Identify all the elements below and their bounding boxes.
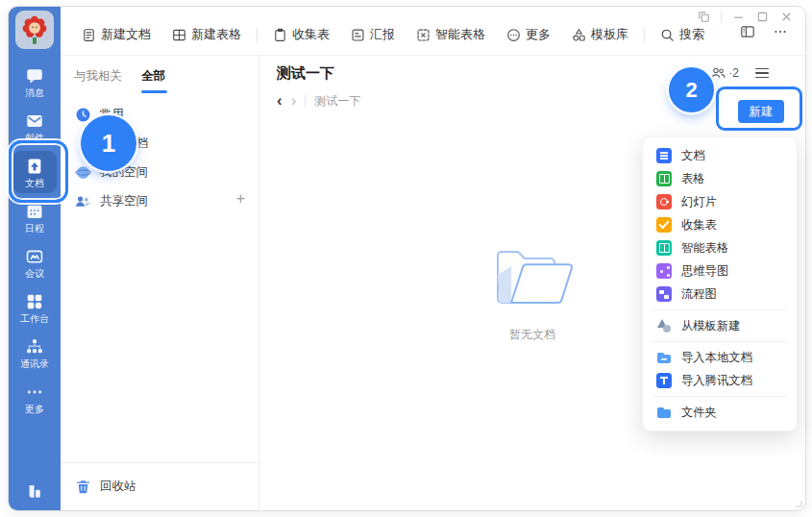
- sidebar-item-my-docs[interactable]: 我的文档: [61, 129, 258, 158]
- toolbar-new-doc-button[interactable]: 新建文档: [76, 23, 157, 46]
- add-space-button[interactable]: +: [236, 190, 245, 208]
- sidebar-item-label: 共享空间: [100, 193, 148, 209]
- tab-label: 与我相关: [74, 69, 122, 83]
- main-area: 测试一下 ·2 测试一下 新建: [259, 56, 805, 510]
- toolbar-more-button[interactable]: 更多: [501, 23, 556, 46]
- new-doc-icon: [82, 28, 96, 42]
- main-header-actions: ·2: [710, 66, 769, 80]
- panel-toggle-icon[interactable]: [740, 24, 755, 39]
- shared-space-icon: [74, 192, 91, 209]
- maximize-icon[interactable]: [755, 10, 770, 24]
- tab-all[interactable]: 全部: [141, 68, 167, 93]
- clock-icon: [74, 106, 91, 123]
- rail-item-label: 工作台: [20, 313, 49, 324]
- menu-item-collect-form[interactable]: 收集表: [643, 213, 797, 236]
- members-icon: [710, 66, 726, 80]
- sidebar-item-frequent[interactable]: 常用: [61, 100, 258, 129]
- sidebar-item-label: 我的空间: [100, 164, 148, 181]
- sidebar-bottom: 回收站: [61, 462, 258, 501]
- titlebar: 新建文档 新建表格 收集表 汇报: [61, 7, 805, 56]
- collect-form-check-icon: [656, 217, 672, 233]
- toolbar-divider: [644, 28, 645, 42]
- rail-item-mail[interactable]: 邮件: [12, 106, 57, 148]
- workbench-icon: [25, 292, 44, 311]
- avatar[interactable]: [15, 11, 54, 49]
- rail-item-workbench[interactable]: 工作台: [12, 286, 57, 329]
- ellipsis-icon[interactable]: [773, 24, 788, 39]
- more-dots-icon: [25, 382, 44, 402]
- toolbar-label: 收集表: [292, 26, 330, 43]
- menu-item-slides[interactable]: 幻灯片: [643, 190, 797, 213]
- rail-item-messages[interactable]: 消息: [12, 61, 57, 103]
- toolbar: 新建文档 新建表格 收集表 汇报: [76, 22, 710, 47]
- rail-stats-button[interactable]: [9, 481, 61, 501]
- menu-divider: [652, 396, 787, 397]
- menu-item-flowchart[interactable]: 流程图: [643, 283, 797, 306]
- doc-sidebar: 与我相关 全部 常用: [61, 56, 259, 510]
- menu-item-sheet[interactable]: 表格: [643, 167, 797, 190]
- toolbar-collect-form-button[interactable]: 收集表: [267, 23, 335, 46]
- mail-icon: [25, 111, 44, 131]
- toolbar-right: [740, 24, 788, 39]
- menu-item-label: 表格: [681, 171, 705, 187]
- back-icon[interactable]: [277, 92, 283, 110]
- menu-item-label: 思维导图: [681, 263, 728, 280]
- sidebar-item-list: 常用 我的文档 我的空间: [61, 100, 258, 215]
- app-window: 消息 邮件 文档 日程: [8, 6, 806, 511]
- menu-item-import-local[interactable]: 导入本地文档: [643, 346, 797, 369]
- menu-item-doc[interactable]: 文档: [643, 144, 797, 167]
- menu-item-label: 幻灯片: [681, 194, 717, 210]
- list-menu-icon[interactable]: [755, 68, 769, 79]
- report-icon: [351, 28, 365, 42]
- forward-icon[interactable]: [291, 92, 297, 110]
- menu-item-import-tencent-docs[interactable]: 导入腾讯文档: [643, 369, 797, 392]
- menu-item-smart-sheet[interactable]: 智能表格: [643, 236, 797, 259]
- template-library-icon: [572, 28, 586, 42]
- menu-item-label: 文件夹: [681, 405, 717, 421]
- toolbar-template-library-button[interactable]: 模板库: [566, 23, 634, 46]
- empty-text: 暂无文档: [486, 327, 578, 343]
- toolbar-smart-sheet-button[interactable]: 智能表格: [410, 23, 491, 46]
- sheet-icon: [656, 171, 672, 186]
- slides-icon: [656, 194, 672, 209]
- tab-related-to-me[interactable]: 与我相关: [74, 68, 122, 93]
- rail-item-label: 消息: [25, 87, 44, 98]
- folder-icon: [656, 405, 672, 420]
- breadcrumb: 测试一下: [277, 92, 360, 110]
- trash-icon: [74, 478, 91, 495]
- tab-underline: [141, 90, 167, 93]
- doc-icon: [656, 148, 672, 163]
- window-controls-divider: [721, 12, 722, 23]
- toolbar-report-button[interactable]: 汇报: [345, 23, 401, 46]
- rail-item-contacts[interactable]: 通讯录: [12, 332, 57, 374]
- sidebar-item-trash[interactable]: 回收站: [61, 472, 258, 501]
- rail-item-more[interactable]: 更多: [12, 377, 57, 419]
- content: 与我相关 全部 常用: [61, 56, 805, 510]
- rail-item-docs[interactable]: 文档: [12, 151, 57, 193]
- toolbar-search-button[interactable]: 搜索: [654, 23, 710, 46]
- sidebar-item-my-space[interactable]: 我的空间: [61, 158, 258, 186]
- members-button[interactable]: ·2: [710, 66, 739, 80]
- menu-item-label: 从模板新建: [681, 318, 740, 334]
- toolbar-label: 汇报: [370, 26, 395, 43]
- window-controls: [697, 10, 794, 24]
- resize-handle[interactable]: [795, 500, 802, 507]
- new-button[interactable]: 新建: [738, 100, 784, 123]
- rail-nav: 消息 邮件 文档 日程: [9, 61, 61, 419]
- menu-item-folder[interactable]: 文件夹: [643, 401, 797, 424]
- rail-item-label: 会议: [25, 268, 44, 279]
- menu-item-mind-map[interactable]: 思维导图: [643, 259, 797, 283]
- rail-item-meeting[interactable]: 会议: [12, 241, 57, 283]
- sidebar-item-shared-space[interactable]: 共享空间 +: [61, 186, 258, 215]
- menu-item-label: 导入本地文档: [681, 350, 752, 366]
- close-icon[interactable]: [779, 10, 794, 24]
- sidebar-tabs: 与我相关 全部: [61, 56, 258, 93]
- minimize-icon[interactable]: [731, 10, 746, 24]
- rail-item-calendar[interactable]: 日程: [12, 196, 57, 238]
- avatar-flower-icon: [19, 14, 50, 45]
- menu-item-from-template[interactable]: 从模板新建: [643, 314, 797, 337]
- toolbar-new-sheet-button[interactable]: 新建表格: [166, 23, 247, 46]
- doc-upload-icon: [25, 157, 44, 176]
- my-doc-icon: [74, 135, 91, 152]
- meeting-icon: [25, 247, 44, 266]
